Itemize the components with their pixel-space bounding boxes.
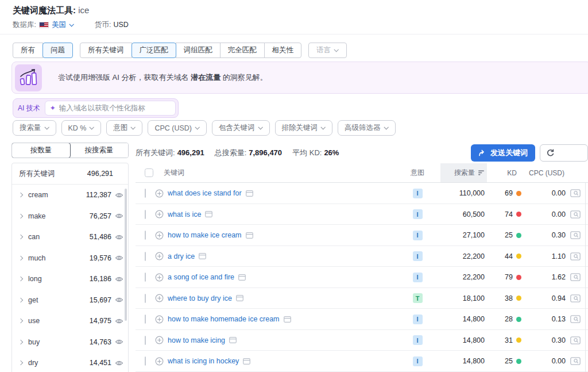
add-keyword-icon[interactable]	[155, 189, 164, 198]
eye-icon[interactable]	[115, 213, 123, 219]
chevron-right-icon	[18, 193, 23, 197]
add-keyword-icon[interactable]	[155, 273, 164, 282]
row-checkbox[interactable]	[145, 252, 146, 261]
serp-preview-icon[interactable]	[570, 315, 581, 323]
serp-card-icon[interactable]	[229, 337, 237, 343]
filter-intent[interactable]: 意图	[106, 120, 142, 136]
column-header-kd[interactable]: KD	[487, 163, 524, 182]
group-count: 76,257	[90, 212, 111, 220]
tab-all[interactable]: 所有	[13, 43, 43, 58]
group-item-get[interactable]: get 15,697	[12, 290, 128, 311]
tab-exact-match[interactable]: 完全匹配	[220, 43, 265, 58]
serp-preview-icon[interactable]	[570, 294, 581, 302]
serp-card-icon[interactable]	[246, 232, 253, 239]
send-keywords-button[interactable]: 发送关键词	[471, 144, 535, 162]
tab-phrase-match[interactable]: 词组匹配	[176, 43, 220, 58]
keyword-link[interactable]: how to make ice cream	[168, 231, 242, 239]
serp-card-icon[interactable]	[238, 274, 246, 281]
group-item-buy[interactable]: buy 14,763	[12, 332, 128, 353]
sidebar-scrollbar[interactable]	[125, 189, 127, 321]
filter-advanced[interactable]: 高级筛选器	[338, 120, 396, 136]
keyword-link[interactable]: what is ice	[168, 210, 201, 218]
kd-value: 38	[505, 294, 513, 302]
filter-kd[interactable]: KD %	[61, 120, 102, 136]
group-count: 16,186	[90, 275, 111, 283]
tab-broad-match[interactable]: 广泛匹配	[131, 43, 176, 58]
row-checkbox[interactable]	[145, 315, 146, 324]
add-keyword-icon[interactable]	[155, 315, 164, 324]
group-item-can[interactable]: can 51,486	[12, 227, 128, 248]
group-item-make[interactable]: make 76,257	[12, 206, 128, 227]
filter-cpc[interactable]: CPC (USD)	[148, 120, 207, 136]
add-keyword-icon[interactable]	[155, 357, 164, 366]
row-checkbox[interactable]	[145, 336, 146, 345]
serp-preview-icon[interactable]	[570, 189, 581, 197]
group-item-use[interactable]: use 14,975	[12, 310, 128, 332]
keyword-link[interactable]: where to buy dry ice	[168, 294, 232, 302]
tab-all-keywords[interactable]: 所有关键词	[80, 43, 132, 58]
refresh-metrics-button[interactable]	[540, 144, 588, 162]
row-checkbox[interactable]	[145, 210, 146, 219]
serp-preview-icon[interactable]	[570, 252, 581, 260]
language-dropdown[interactable]: 语言	[308, 43, 347, 58]
row-checkbox[interactable]	[145, 273, 146, 282]
keyword-link[interactable]: a dry ice	[168, 252, 195, 260]
eye-icon[interactable]	[115, 234, 123, 240]
add-keyword-icon[interactable]	[155, 231, 164, 240]
toggle-by-number[interactable]: 按数量	[11, 143, 71, 158]
column-header-keyword[interactable]: 关键词	[153, 163, 394, 182]
select-all-checkbox[interactable]	[145, 168, 153, 177]
row-checkbox[interactable]	[145, 231, 146, 240]
serp-preview-icon[interactable]	[570, 210, 581, 218]
add-keyword-icon[interactable]	[155, 252, 164, 260]
serp-card-icon[interactable]	[284, 316, 291, 323]
keyword-link[interactable]: what does ice stand for	[168, 189, 242, 197]
toggle-by-volume[interactable]: 按搜索量	[70, 143, 128, 158]
tab-related[interactable]: 相关性	[264, 43, 302, 58]
keyword-link[interactable]: a song of ice and fire	[168, 273, 234, 281]
stat-all-keywords: 所有关键词:496,291	[136, 148, 204, 158]
eye-icon[interactable]	[115, 339, 123, 345]
row-checkbox[interactable]	[145, 294, 146, 303]
kd-difficulty-dot	[516, 191, 521, 196]
serp-preview-icon[interactable]	[570, 357, 581, 365]
serp-card-icon[interactable]	[205, 211, 212, 217]
serp-card-icon[interactable]	[236, 295, 243, 301]
serp-card-icon[interactable]	[246, 190, 253, 197]
serp-preview-icon[interactable]	[570, 336, 581, 344]
eye-icon[interactable]	[115, 297, 123, 303]
tab-questions[interactable]: 问题	[42, 43, 73, 58]
group-item-long[interactable]: long 16,186	[12, 269, 128, 290]
row-checkbox[interactable]	[145, 189, 146, 198]
domain-input[interactable]	[59, 104, 171, 112]
eye-icon[interactable]	[115, 276, 123, 282]
group-item-cream[interactable]: cream 112,387	[12, 185, 128, 206]
language-label: 语言	[316, 45, 331, 55]
column-header-volume[interactable]: 搜索量	[440, 163, 487, 182]
all-keywords-group[interactable]: 所有关键词 496,291	[12, 163, 128, 185]
database-selector[interactable]: 美国	[52, 20, 74, 30]
eye-icon[interactable]	[115, 255, 123, 261]
keyword-link[interactable]: how to make icing	[168, 336, 225, 344]
filter-exclude-keywords[interactable]: 排除关键词	[275, 120, 333, 136]
column-header-intent[interactable]: 意图	[394, 163, 440, 182]
eye-icon[interactable]	[115, 318, 123, 324]
row-checkbox[interactable]	[145, 356, 146, 366]
keyword-link[interactable]: how to make homemade ice cream	[168, 315, 280, 323]
serp-card-icon[interactable]	[199, 253, 206, 259]
add-keyword-icon[interactable]	[155, 336, 164, 344]
serp-preview-icon[interactable]	[570, 273, 581, 281]
keyword-link[interactable]: what is icing in hockey	[168, 357, 239, 365]
kd-value: 25	[505, 357, 513, 365]
serp-card-icon[interactable]	[243, 358, 250, 365]
serp-preview-icon[interactable]	[570, 231, 581, 239]
column-header-cpc[interactable]: CPC (USD)	[524, 163, 566, 182]
add-keyword-icon[interactable]	[155, 294, 164, 302]
eye-icon[interactable]	[115, 192, 123, 198]
add-keyword-icon[interactable]	[155, 210, 164, 218]
filter-include-keywords[interactable]: 包含关键词	[212, 120, 270, 136]
group-item-dry[interactable]: dry 14,451	[12, 352, 128, 372]
filter-volume[interactable]: 搜索量	[13, 120, 56, 136]
group-item-much[interactable]: much 19,576	[12, 248, 128, 269]
eye-icon[interactable]	[115, 360, 123, 366]
